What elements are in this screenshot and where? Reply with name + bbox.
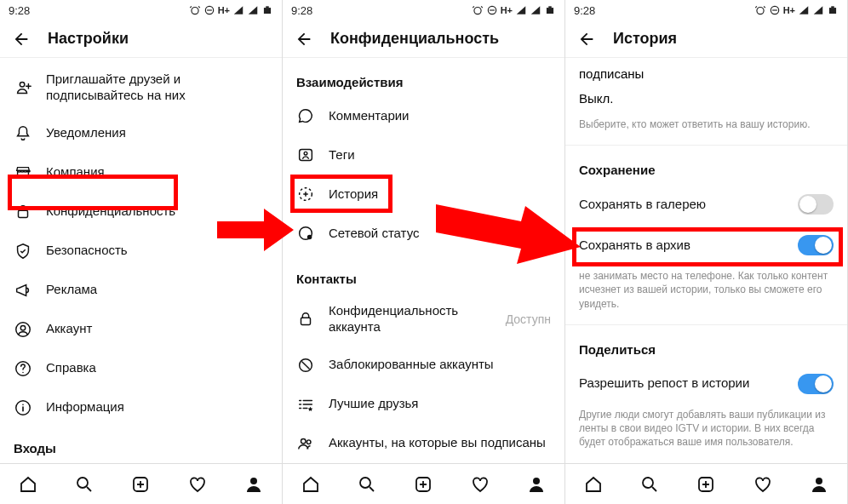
dnd-icon: [203, 4, 215, 16]
row-blocked[interactable]: Заблокированные аккаунты: [283, 346, 564, 385]
back-icon[interactable]: [12, 30, 31, 49]
header: Настройки: [0, 20, 282, 58]
row-label: Уведомления: [46, 125, 126, 141]
back-icon[interactable]: [577, 30, 596, 49]
contacts-header: Контакты: [283, 253, 564, 293]
bottom-nav: [283, 463, 564, 504]
row-save-archive[interactable]: Сохранять в архив: [565, 225, 847, 266]
dnd-icon: [769, 4, 781, 16]
nav-search-icon[interactable]: [357, 474, 377, 495]
row-label: Заблокированные аккаунты: [329, 357, 494, 373]
signal2-icon: [530, 4, 541, 16]
battery-icon: [827, 4, 839, 16]
svg-rect-30: [829, 8, 836, 14]
row-activity-status[interactable]: Сетевой статус: [283, 214, 564, 253]
info-icon: [14, 398, 32, 417]
nav-heart-icon[interactable]: [187, 474, 208, 495]
back-icon[interactable]: [295, 30, 313, 49]
megaphone-icon: [14, 281, 32, 300]
svg-point-27: [533, 478, 540, 484]
row-label: Приглашайте друзей и подписывайтесь на н…: [46, 72, 268, 104]
signal-icon: [798, 4, 810, 16]
activity-icon: [296, 224, 315, 243]
status-time: 9:28: [9, 4, 30, 17]
nav-profile-icon[interactable]: [526, 474, 547, 495]
svg-point-24: [307, 439, 311, 444]
nav-add-icon[interactable]: [130, 474, 151, 495]
nav-home-icon[interactable]: [301, 474, 321, 495]
saving-header: Сохранение: [565, 149, 847, 184]
row-label: Комментарии: [329, 108, 409, 124]
signal2-icon: [247, 4, 259, 16]
row-privacy[interactable]: Конфиденциальность: [0, 192, 282, 232]
panel-settings: 9:28 H+ Настройки Приглашайте друзей и п…: [0, 0, 283, 504]
shield-icon: [14, 242, 32, 261]
network-label: H+: [218, 5, 230, 15]
row-label: Реклама: [46, 282, 97, 298]
page-title: Настройки: [48, 30, 129, 48]
nav-search-icon[interactable]: [74, 474, 95, 495]
statusbar: 9:28 H+: [0, 0, 282, 20]
svg-point-11: [250, 478, 257, 484]
header: Конфиденциальность: [283, 20, 564, 58]
row-business[interactable]: Компания: [0, 153, 282, 192]
network-label: H+: [783, 5, 795, 15]
archive-hint: не занимать место на телефоне. Как тольк…: [565, 266, 847, 321]
nav-add-icon[interactable]: [413, 474, 433, 495]
blocked-icon: [296, 356, 315, 375]
row-account[interactable]: Аккаунт: [0, 310, 282, 349]
toggle-allow-reshare[interactable]: [798, 374, 834, 394]
row-about[interactable]: Информация: [0, 388, 282, 427]
battery-icon: [261, 4, 273, 16]
nav-heart-icon[interactable]: [470, 474, 490, 495]
row-followed[interactable]: Аккаунты, на которые вы подписаны: [283, 424, 564, 463]
toggle-save-archive[interactable]: [798, 235, 834, 255]
panel-story: 9:28 H+ История подписаны Выкл. Выберите…: [565, 0, 848, 504]
svg-point-34: [816, 478, 822, 484]
svg-point-9: [77, 478, 88, 488]
panel-privacy: 9:28 H+ Конфиденциальность Взаимодействи…: [283, 0, 565, 504]
divider: [565, 324, 847, 325]
row-comments[interactable]: Комментарии: [283, 96, 564, 135]
status-icons: H+: [754, 4, 839, 16]
svg-rect-4: [19, 210, 28, 217]
nav-add-icon[interactable]: [696, 474, 716, 495]
row-label: Справка: [46, 360, 96, 376]
bottom-nav: [0, 463, 282, 504]
nav-home-icon[interactable]: [18, 474, 38, 495]
status-icons: H+: [472, 4, 556, 16]
row-close-friends[interactable]: Лучшие друзья: [283, 385, 564, 424]
row-value: Доступн: [506, 312, 551, 326]
row-allow-reshare[interactable]: Разрешить репост в истории: [565, 364, 847, 404]
lock-icon: [14, 203, 32, 221]
row-ads[interactable]: Реклама: [0, 271, 282, 310]
row-label: История: [329, 186, 378, 203]
comment-icon: [296, 106, 315, 125]
nav-heart-icon[interactable]: [753, 474, 773, 495]
bottom-nav: [565, 463, 847, 504]
alarm-icon: [472, 4, 484, 16]
reshare-hint: Другие люди смогут добавлять ваши публик…: [565, 404, 847, 460]
row-invite[interactable]: Приглашайте друзей и подписывайтесь на н…: [0, 61, 282, 114]
alarm-icon: [189, 4, 201, 16]
row-account-privacy[interactable]: Конфиденциальность аккаунта Доступн: [283, 293, 564, 346]
signal-icon: [515, 4, 527, 16]
row-security[interactable]: Безопасность: [0, 232, 282, 271]
row-save-gallery[interactable]: Сохранять в галерею: [565, 184, 847, 225]
nav-profile-icon[interactable]: [244, 474, 264, 495]
nav-home-icon[interactable]: [583, 474, 604, 495]
users-icon: [296, 434, 315, 453]
row-story[interactable]: История: [283, 175, 564, 214]
row-tags[interactable]: Теги: [283, 135, 564, 175]
lock-icon: [296, 310, 315, 329]
nav-search-icon[interactable]: [639, 474, 660, 495]
row-help[interactable]: Справка: [0, 349, 282, 388]
svg-rect-31: [831, 6, 834, 8]
row-notifications[interactable]: Уведомления: [0, 114, 282, 153]
row-label: Аккаунты, на которые вы подписаны: [329, 435, 546, 451]
toggle-save-gallery[interactable]: [798, 194, 834, 215]
row-label: Конфиденциальность: [46, 203, 175, 220]
bell-icon: [14, 124, 32, 143]
battery-icon: [544, 4, 556, 16]
nav-profile-icon[interactable]: [809, 474, 829, 495]
